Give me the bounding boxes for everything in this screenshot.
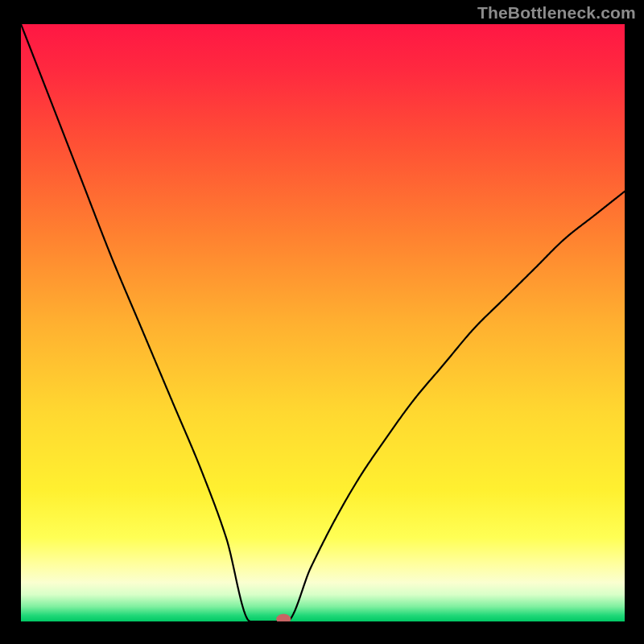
svg-rect-0 xyxy=(21,24,625,621)
attribution-label: TheBottleneck.com xyxy=(477,3,636,23)
bottleneck-chart xyxy=(21,24,625,621)
plot-area xyxy=(21,24,625,621)
chart-container: TheBottleneck.com xyxy=(0,0,644,644)
